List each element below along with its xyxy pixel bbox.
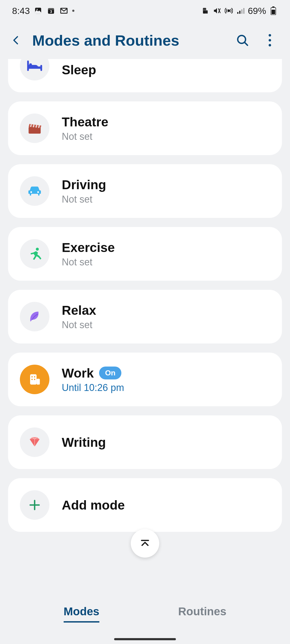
bed-icon xyxy=(20,51,49,80)
status-bar: 8:43 3 69% xyxy=(0,0,290,21)
notification-dot-icon xyxy=(72,10,74,12)
svg-point-35 xyxy=(31,376,33,378)
gmail-icon xyxy=(59,6,68,15)
svg-point-1 xyxy=(37,9,38,10)
status-right: 69% xyxy=(201,6,278,16)
mode-subtitle: Not set xyxy=(62,131,270,142)
mode-item-body: Driving Not set xyxy=(62,177,270,205)
running-icon xyxy=(20,239,49,269)
svg-rect-15 xyxy=(241,9,242,14)
mode-item-body: Exercise Not set xyxy=(62,240,270,268)
mode-item-body: Relax Not set xyxy=(62,303,270,331)
mode-title: Exercise xyxy=(62,240,270,255)
status-left: 8:43 3 xyxy=(12,6,74,16)
page-title: Modes and Routines xyxy=(32,32,224,49)
battery-icon xyxy=(269,6,278,15)
svg-rect-33 xyxy=(30,374,37,385)
mode-subtitle: Not set xyxy=(62,257,270,268)
building-icon xyxy=(20,365,49,394)
mode-title: Work xyxy=(62,366,94,380)
svg-rect-28 xyxy=(40,65,42,70)
mode-item-relax[interactable]: Relax Not set xyxy=(8,290,282,343)
mode-title-row: Work On xyxy=(62,366,270,380)
gallery-icon xyxy=(34,6,43,15)
mode-item-body: Sleep xyxy=(62,63,270,77)
mode-item-exercise[interactable]: Exercise Not set xyxy=(8,227,282,281)
svg-point-11 xyxy=(205,10,205,11)
mode-item-theatre[interactable]: Theatre Not set xyxy=(8,101,282,155)
mode-subtitle: Not set xyxy=(62,319,270,331)
tab-modes[interactable]: Modes xyxy=(64,605,99,623)
svg-point-8 xyxy=(204,9,204,9)
svg-point-23 xyxy=(269,39,271,41)
svg-point-22 xyxy=(269,34,271,36)
mode-title: Theatre xyxy=(62,115,270,129)
svg-rect-6 xyxy=(203,8,206,14)
svg-rect-7 xyxy=(206,10,208,14)
leaf-icon xyxy=(20,302,49,331)
svg-rect-27 xyxy=(27,61,29,70)
svg-point-37 xyxy=(31,379,33,380)
svg-rect-34 xyxy=(37,379,40,385)
mode-item-sleep[interactable]: Sleep xyxy=(8,59,282,92)
mode-item-driving[interactable]: Driving Not set xyxy=(8,164,282,218)
svg-point-25 xyxy=(29,63,32,66)
clapperboard-icon xyxy=(20,114,49,143)
svg-point-30 xyxy=(30,191,32,193)
mode-item-body: Writing xyxy=(62,435,270,450)
bottom-tabs: Modes Routines xyxy=(0,600,290,628)
add-mode-label: Add mode xyxy=(62,498,270,513)
battery-percent: 69% xyxy=(248,6,266,16)
more-button[interactable] xyxy=(260,31,279,50)
app-header: Modes and Routines xyxy=(0,21,290,59)
svg-point-12 xyxy=(228,10,230,12)
svg-point-24 xyxy=(269,44,271,46)
mode-title: Writing xyxy=(62,435,270,450)
mode-item-body: Add mode xyxy=(62,498,270,513)
modes-list: Sleep Theatre Not set Driving Not set Ex… xyxy=(0,59,290,532)
add-mode-button[interactable]: Add mode xyxy=(8,478,282,532)
svg-point-10 xyxy=(204,10,204,11)
svg-rect-18 xyxy=(272,6,274,8)
mode-item-body: Work On Until 10:26 pm xyxy=(62,366,270,393)
scroll-top-button[interactable] xyxy=(131,529,159,558)
svg-rect-14 xyxy=(239,11,240,14)
svg-point-38 xyxy=(34,379,35,380)
status-time: 8:43 xyxy=(12,6,30,16)
search-button[interactable] xyxy=(233,31,252,50)
svg-text:3: 3 xyxy=(50,10,52,14)
svg-point-9 xyxy=(205,9,205,9)
svg-line-21 xyxy=(244,42,247,45)
svg-rect-16 xyxy=(243,8,244,14)
on-badge: On xyxy=(99,367,121,379)
mode-item-writing[interactable]: Writing xyxy=(8,415,282,469)
svg-point-31 xyxy=(37,191,39,193)
signal-icon xyxy=(236,6,245,15)
plus-icon xyxy=(20,490,49,520)
back-button[interactable] xyxy=(9,33,24,48)
svg-point-36 xyxy=(34,376,35,378)
svg-point-32 xyxy=(36,248,39,251)
hotspot-icon xyxy=(224,6,233,15)
mode-title: Driving xyxy=(62,177,270,192)
svg-rect-26 xyxy=(28,67,41,69)
gem-icon xyxy=(20,427,49,457)
mute-icon xyxy=(212,6,222,15)
gesture-bar xyxy=(114,638,176,640)
building-status-icon xyxy=(201,6,210,15)
tab-routines[interactable]: Routines xyxy=(178,605,227,623)
svg-rect-13 xyxy=(237,12,238,14)
calendar-icon: 3 xyxy=(46,6,56,15)
mode-title: Sleep xyxy=(62,63,270,77)
car-icon xyxy=(20,176,49,206)
mode-subtitle: Until 10:26 pm xyxy=(62,382,270,393)
mode-item-body: Theatre Not set xyxy=(62,115,270,142)
mode-item-work[interactable]: Work On Until 10:26 pm xyxy=(8,353,282,406)
mode-title: Relax xyxy=(62,303,270,318)
mode-subtitle: Not set xyxy=(62,194,270,205)
svg-rect-19 xyxy=(271,10,275,14)
